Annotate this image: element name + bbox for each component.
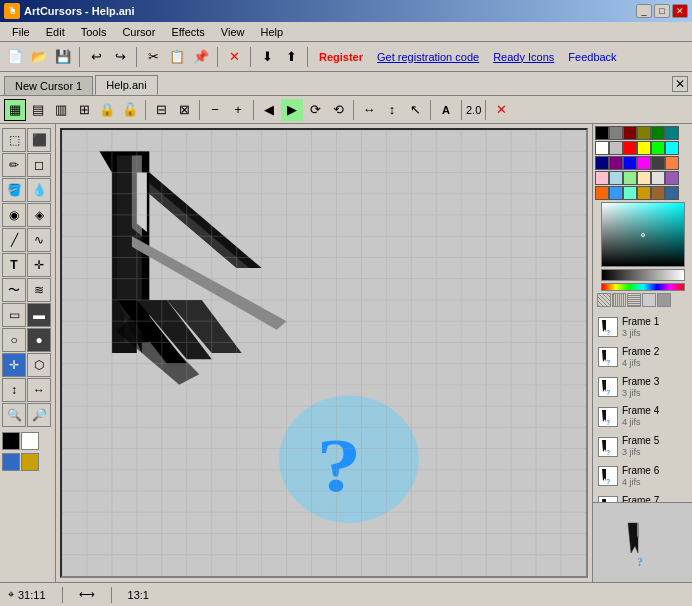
play-btn[interactable]: ▶ [281, 99, 303, 121]
color-darkgreen[interactable] [651, 126, 665, 140]
mirror-tool[interactable]: ↔ [27, 378, 51, 402]
grid-option1[interactable]: ▤ [27, 99, 49, 121]
color-lightgray[interactable] [651, 171, 665, 185]
select-free-tool[interactable]: ⬛ [27, 128, 51, 152]
redo-button[interactable]: ↪ [109, 46, 131, 68]
move-tool[interactable]: ✛ [27, 253, 51, 277]
color-cornflower[interactable] [609, 186, 623, 200]
canvas-wrapper[interactable]: /* grid drawn via rects below */ [60, 128, 588, 578]
select-rect-tool[interactable]: ⬚ [2, 128, 26, 152]
color-navy[interactable] [595, 156, 609, 170]
color-blue[interactable] [623, 156, 637, 170]
import-button[interactable]: ⬇ [256, 46, 278, 68]
hatch2[interactable] [612, 293, 626, 307]
test-tool[interactable]: ⬡ [27, 353, 51, 377]
menu-help[interactable]: Help [253, 24, 292, 40]
lock2-icon[interactable]: 🔓 [119, 99, 141, 121]
lock-icon[interactable]: 🔒 [96, 99, 118, 121]
fg-color[interactable] [2, 432, 20, 450]
text-tool-l[interactable]: T [2, 253, 26, 277]
fill-tool[interactable]: 🪣 [2, 178, 26, 202]
color-black[interactable] [595, 126, 609, 140]
reg-code-link[interactable]: Get registration code [371, 49, 485, 65]
grid-option3[interactable]: ⊞ [73, 99, 95, 121]
maximize-button[interactable]: □ [654, 4, 670, 18]
menu-cursor[interactable]: Cursor [114, 24, 163, 40]
frame-item-3[interactable]: ?Frame 33 jifs [595, 373, 690, 402]
bg-color[interactable] [21, 432, 39, 450]
zoom-out-btn[interactable]: − [204, 99, 226, 121]
menu-edit[interactable]: Edit [38, 24, 73, 40]
color-lightblue[interactable] [609, 171, 623, 185]
color-purple[interactable] [609, 156, 623, 170]
color-yellow[interactable] [637, 141, 651, 155]
color-brown[interactable] [651, 186, 665, 200]
color-gray[interactable] [609, 126, 623, 140]
tool1[interactable]: ↔ [358, 99, 380, 121]
tool2[interactable]: ↕ [381, 99, 403, 121]
frame-item-1[interactable]: ?Frame 13 jifs [595, 313, 690, 342]
smudge-tool[interactable]: ◈ [27, 203, 51, 227]
register-button[interactable]: Register [313, 49, 369, 65]
anim-btn[interactable]: ⟳ [304, 99, 326, 121]
new-button[interactable]: 📄 [4, 46, 26, 68]
color-magenta[interactable] [637, 156, 651, 170]
menu-view[interactable]: View [213, 24, 253, 40]
zoom-tool[interactable]: 🔍 [2, 403, 26, 427]
close-tab-button[interactable]: ✕ [672, 76, 688, 92]
zoomout-tool[interactable]: 🔎 [27, 403, 51, 427]
blend-tool[interactable]: ≋ [27, 278, 51, 302]
spectrum-bar[interactable] [601, 283, 685, 291]
color-olive[interactable] [637, 126, 651, 140]
hatch3[interactable] [627, 293, 641, 307]
frame-item-6[interactable]: ?Frame 64 jifs [595, 462, 690, 491]
frame-item-5[interactable]: ?Frame 53 jifs [595, 432, 690, 461]
color-darkred[interactable] [623, 126, 637, 140]
color-dark[interactable] [651, 156, 665, 170]
undo-button[interactable]: ↩ [85, 46, 107, 68]
menu-effects[interactable]: Effects [163, 24, 212, 40]
hatch5[interactable] [657, 293, 671, 307]
rotate-tool[interactable]: ↕ [2, 378, 26, 402]
color-red[interactable] [623, 141, 637, 155]
frame-item-7[interactable]: ?Frame 73 jifs [595, 492, 690, 502]
prev-frame[interactable]: ◀ [258, 99, 280, 121]
menu-file[interactable]: File [4, 24, 38, 40]
tab-new-cursor[interactable]: New Cursor 1 [4, 76, 93, 95]
zoom-reset[interactable]: ✕ [490, 99, 512, 121]
export-button[interactable]: ⬆ [280, 46, 302, 68]
pencil-tool[interactable]: ✏ [2, 153, 26, 177]
delete-button[interactable]: ✕ [223, 46, 245, 68]
color-gold[interactable] [637, 186, 651, 200]
curve-tool[interactable]: ∿ [27, 228, 51, 252]
rect-fill-tool[interactable]: ▬ [27, 303, 51, 327]
menu-tools[interactable]: Tools [73, 24, 115, 40]
eraser-tool[interactable]: ◻ [27, 153, 51, 177]
frame-item-2[interactable]: ?Frame 24 jifs [595, 343, 690, 372]
color-lime[interactable] [651, 141, 665, 155]
grid-option2[interactable]: ▥ [50, 99, 72, 121]
ready-icons-link[interactable]: Ready Icons [487, 49, 560, 65]
color-pink[interactable] [595, 171, 609, 185]
close-button[interactable]: ✕ [672, 4, 688, 18]
color-silver[interactable] [609, 141, 623, 155]
table-view2[interactable]: ⊠ [173, 99, 195, 121]
color-pick-tool[interactable]: 💧 [27, 178, 51, 202]
color-steel[interactable] [665, 186, 679, 200]
color2[interactable] [21, 453, 39, 471]
text-tool[interactable]: A [435, 99, 457, 121]
color-teal[interactable] [665, 126, 679, 140]
hotspot-tool[interactable]: ✛ [2, 353, 26, 377]
minimize-button[interactable]: _ [636, 4, 652, 18]
color-gradient[interactable] [601, 202, 685, 267]
hatch4[interactable] [642, 293, 656, 307]
color-orange2[interactable] [595, 186, 609, 200]
spray-tool[interactable]: ◉ [2, 203, 26, 227]
ellipse-fill-tool[interactable]: ● [27, 328, 51, 352]
ellipse-tool[interactable]: ○ [2, 328, 26, 352]
tab-help-ani[interactable]: Help.ani [95, 75, 157, 95]
hatch1[interactable] [597, 293, 611, 307]
color-orange[interactable] [665, 156, 679, 170]
color-white[interactable] [595, 141, 609, 155]
color-violet[interactable] [665, 171, 679, 185]
